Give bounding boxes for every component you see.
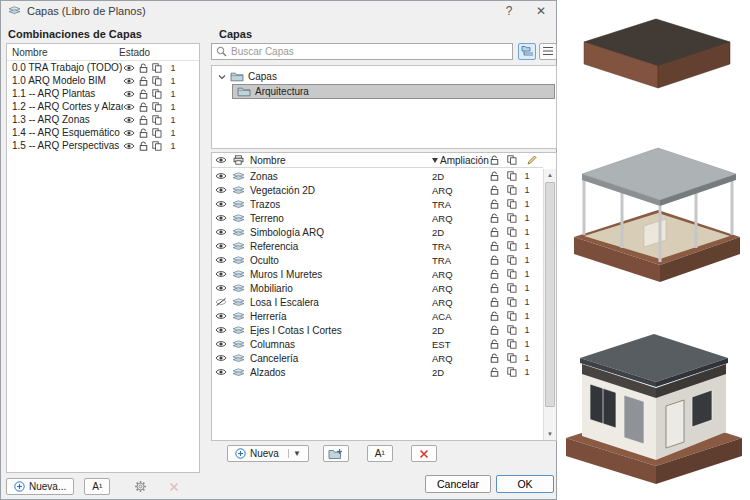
eye-icon[interactable] [212,256,229,264]
close-button[interactable]: ✕ [533,4,549,18]
print-copy-icon[interactable] [503,325,520,335]
lock-icon[interactable] [139,63,148,73]
print-copy-icon[interactable] [503,353,520,363]
print-copy-icon[interactable] [152,115,162,125]
eye-icon[interactable] [123,90,135,98]
print-column-icon[interactable] [229,155,248,165]
eye-icon[interactable] [212,200,229,208]
print-copy-icon[interactable] [503,185,520,195]
lock-icon[interactable] [486,185,503,195]
delete-combination-icon[interactable] [166,479,182,495]
eye-icon[interactable] [212,368,229,376]
eye-icon[interactable] [212,326,229,334]
column-header-nombre[interactable]: Nombre [12,47,119,58]
layer-row[interactable]: Zonas2D1 [212,169,543,183]
new-layer-dropdown[interactable]: ▼ [288,449,301,458]
combination-row[interactable]: 1.1 -- ARQ Plantas1 [7,87,199,100]
layer-row[interactable]: Muros I MuretesARQ1 [212,267,543,281]
layer-row[interactable]: Vegetación 2DARQ1 [212,183,543,197]
eye-icon[interactable] [212,340,229,348]
search-input[interactable] [231,46,508,57]
ok-button[interactable]: OK [496,475,554,493]
layer-row[interactable]: ReferenciaTRA1 [212,239,543,253]
print-copy-icon[interactable] [503,297,520,307]
rename-layer-button[interactable]: A¹ [367,445,393,462]
lock-icon[interactable] [486,283,503,293]
eye-icon[interactable] [212,270,229,278]
tree-root-row[interactable]: Capas [212,69,556,84]
help-button[interactable]: ? [501,4,517,18]
settings-gear-icon[interactable] [132,479,148,495]
new-folder-button[interactable] [323,445,349,462]
lock-icon[interactable] [486,353,503,363]
lock-icon[interactable] [486,325,503,335]
layer-row[interactable]: CanceleríaARQ1 [212,351,543,365]
layer-row[interactable]: TerrenoARQ1 [212,211,543,225]
delete-layer-button[interactable] [411,445,437,462]
print-copy-icon[interactable] [503,367,520,377]
lock-icon[interactable] [486,213,503,223]
scroll-up-icon[interactable]: ▲ [544,169,556,181]
print-copy-icon[interactable] [152,89,162,99]
visibility-column-icon[interactable] [212,156,229,164]
eye-icon[interactable] [123,142,135,150]
lock-icon[interactable] [139,89,148,99]
lock-icon[interactable] [139,141,148,151]
layer-row[interactable]: MobiliarioARQ1 [212,281,543,295]
print-copy-icon[interactable] [503,255,520,265]
print-copy-icon[interactable] [152,63,162,73]
number-column-icon[interactable] [520,155,543,165]
eye-icon[interactable] [123,64,135,72]
lock-icon[interactable] [486,199,503,209]
lock-icon[interactable] [486,241,503,251]
combination-row[interactable]: 1.0 ARQ Modelo BIM1 [7,74,199,87]
layer-row[interactable]: Ejes I Cotas I Cortes2D1 [212,323,543,337]
eye-icon[interactable] [212,284,229,292]
layer-row[interactable]: HerreríaACA1 [212,309,543,323]
lock-icon[interactable] [486,297,503,307]
lock-icon[interactable] [486,367,503,377]
lock-icon[interactable] [486,255,503,265]
eye-icon[interactable] [212,214,229,222]
lock-column-icon[interactable] [486,155,503,165]
column-header-nombre[interactable]: Nombre [248,155,432,166]
print-copy-icon[interactable] [503,227,520,237]
layer-row[interactable]: OcultoTRA1 [212,253,543,267]
new-combination-button[interactable]: Nueva... [6,478,74,495]
column-header-estado[interactable]: Estado [119,47,195,58]
lock-icon[interactable] [139,128,148,138]
lock-icon[interactable] [139,102,148,112]
combination-row[interactable]: 0.0 TRA Trabajo (TODO)1 [7,61,199,74]
print-copy-icon[interactable] [503,241,520,251]
layer-row[interactable]: TrazosTRA1 [212,197,543,211]
scroll-down-icon[interactable]: ▼ [544,428,556,440]
tree-selected-row[interactable]: Arquitectura [232,84,555,99]
eye-icon[interactable] [123,129,135,137]
lock-icon[interactable] [486,269,503,279]
print-copy-icon[interactable] [152,102,162,112]
eye-icon[interactable] [123,103,135,111]
print-copy-icon[interactable] [503,339,520,349]
combination-row[interactable]: 1.2 -- ARQ Cortes y Alzados1 [7,100,199,113]
eye-icon[interactable] [212,354,229,362]
layer-row[interactable]: ColumnasEST1 [212,337,543,351]
eye-icon[interactable] [123,77,135,85]
lock-icon[interactable] [486,339,503,349]
eye-icon[interactable] [123,116,135,124]
print-copy-icon[interactable] [152,76,162,86]
rename-combination-button[interactable]: A¹ [84,478,110,495]
print-copy-icon[interactable] [503,269,520,279]
print-copy-icon[interactable] [152,128,162,138]
flat-view-button[interactable] [539,43,557,60]
column-header-ampliacion[interactable]: Ampliación [432,155,486,166]
search-box[interactable] [211,43,513,60]
combination-row[interactable]: 1.4 -- ARQ Esquemático1 [7,126,199,139]
combination-row[interactable]: 1.5 -- ARQ Perspectivas1 [7,139,199,152]
table-scrollbar[interactable]: ▲ ▼ [543,169,556,440]
combination-row[interactable]: 1.3 -- ARQ Zonas1 [7,113,199,126]
eye-icon[interactable] [212,312,229,320]
print-copy-icon[interactable] [503,311,520,321]
layer-row[interactable]: Alzados2D1 [212,365,543,379]
dialog-titlebar[interactable]: Capas (Libro de Planos) ? ✕ [1,1,556,20]
eye-icon[interactable] [212,186,229,194]
